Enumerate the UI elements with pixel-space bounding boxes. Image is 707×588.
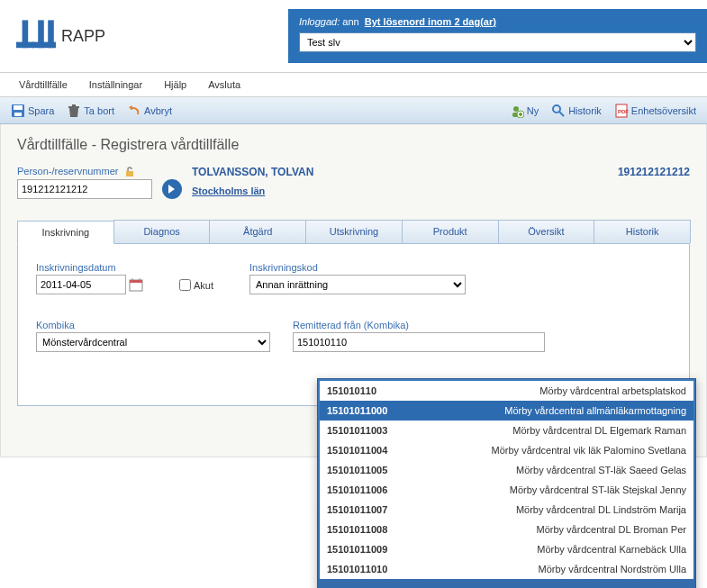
tab-utskrivning[interactable]: Utskrivning — [305, 220, 403, 243]
person-number-label: Person-/reservnummer — [17, 166, 118, 176]
svg-point-10 — [513, 106, 519, 112]
tab-historik[interactable]: Historik — [594, 220, 691, 243]
search-icon — [551, 104, 566, 118]
dropdown-item[interactable]: 15101011000Mörby vårdcentral allmänläkar… — [320, 401, 693, 421]
lookup-arrow-button[interactable] — [161, 178, 183, 200]
inskrivningskod-label: Inskrivningskod — [249, 262, 466, 273]
cancel-button[interactable]: Avbryt — [123, 102, 176, 120]
menu-avsluta[interactable]: Avsluta — [198, 75, 250, 95]
svg-point-13 — [553, 105, 560, 113]
dropdown-item[interactable]: 15101011003Mörby vårdcentral DL Elgemark… — [320, 421, 693, 440]
new-icon — [510, 104, 524, 118]
tab-åtgärd[interactable]: Åtgärd — [209, 220, 306, 243]
page-title: Vårdtillfälle - Registrera vårdtillfälle — [17, 137, 690, 153]
inskrivningsdatum-input[interactable] — [36, 275, 126, 294]
tab-bar: InskrivningDiagnosÅtgärdUtskrivningProdu… — [17, 220, 690, 244]
overview-button[interactable]: PDF Enhetsöversikt — [611, 102, 700, 120]
menu-inställningar[interactable]: Inställningar — [79, 75, 152, 95]
history-button[interactable]: Historik — [548, 102, 605, 120]
tab-översikt[interactable]: Översikt — [498, 220, 595, 243]
patient-region-link[interactable]: Stockholms län — [192, 185, 265, 196]
toolbar: Spara Ta bort Avbryt Ny Historik PDF Enh… — [0, 97, 707, 124]
patient-number: 191212121212 — [618, 166, 690, 178]
svg-line-14 — [559, 112, 564, 116]
delete-button[interactable]: Ta bort — [63, 102, 118, 120]
dropdown-item[interactable]: 15101011004Mörby vårdcentral vik läk Pal… — [320, 440, 693, 457]
remitterad-label: Remitterad från (Kombika) — [293, 320, 545, 330]
akut-label: Akut — [194, 280, 213, 291]
trash-icon — [67, 104, 81, 118]
patient-name: TOLVANSSON, TOLVAN — [192, 166, 609, 178]
login-box: Inloggad: ann Byt lösenord inom 2 dag(ar… — [288, 9, 707, 63]
change-password-link[interactable]: Byt lösenord inom 2 dag(ar) — [365, 16, 496, 27]
inskrivningskod-select[interactable]: Annan inrättning — [249, 275, 466, 294]
akut-checkbox[interactable] — [179, 279, 191, 291]
svg-rect-1 — [16, 42, 34, 49]
person-number-input[interactable] — [17, 179, 152, 199]
tab-inskrivning[interactable]: Inskrivning — [17, 221, 114, 244]
remitterad-input[interactable] — [293, 332, 545, 352]
svg-rect-6 — [14, 105, 23, 110]
menu-hjälp[interactable]: Hjälp — [154, 75, 196, 95]
tab-diagnos[interactable]: Diagnos — [113, 220, 211, 243]
save-icon — [11, 104, 25, 118]
logged-in-user: ann — [342, 16, 358, 27]
unlock-icon — [124, 167, 135, 177]
menu-vårdtillfälle[interactable]: Vårdtillfälle — [9, 75, 77, 95]
logged-in-label: Inloggad: — [299, 16, 340, 27]
save-button[interactable]: Spara — [7, 102, 58, 120]
tab-produkt[interactable]: Produkt — [402, 220, 499, 243]
svg-rect-4 — [48, 20, 54, 48]
svg-rect-17 — [126, 171, 133, 176]
calendar-icon[interactable] — [129, 277, 143, 292]
kombika-select[interactable]: Mönstervårdcentral — [36, 332, 270, 352]
svg-rect-20 — [130, 280, 142, 283]
svg-rect-9 — [72, 104, 76, 106]
app-logo-icon — [16, 16, 56, 56]
undo-icon — [127, 104, 141, 118]
svg-rect-7 — [14, 113, 22, 116]
app-name: RAPP — [61, 27, 105, 46]
new-button[interactable]: Ny — [506, 102, 542, 120]
inskrivningsdatum-label: Inskrivningsdatum — [36, 262, 143, 273]
pdf-icon: PDF — [614, 104, 629, 118]
svg-rect-8 — [68, 106, 79, 108]
environment-select[interactable]: Test slv — [299, 32, 696, 52]
svg-text:PDF: PDF — [618, 109, 629, 114]
kombika-autocomplete-dropdown: 151010110Mörby vårdcentral arbetsplatsko… — [317, 378, 696, 457]
dropdown-item[interactable]: 151010110Mörby vårdcentral arbetsplatsko… — [320, 381, 693, 401]
menubar: VårdtillfälleInställningarHjälpAvsluta — [0, 72, 707, 97]
kombika-label: Kombika — [36, 320, 270, 330]
